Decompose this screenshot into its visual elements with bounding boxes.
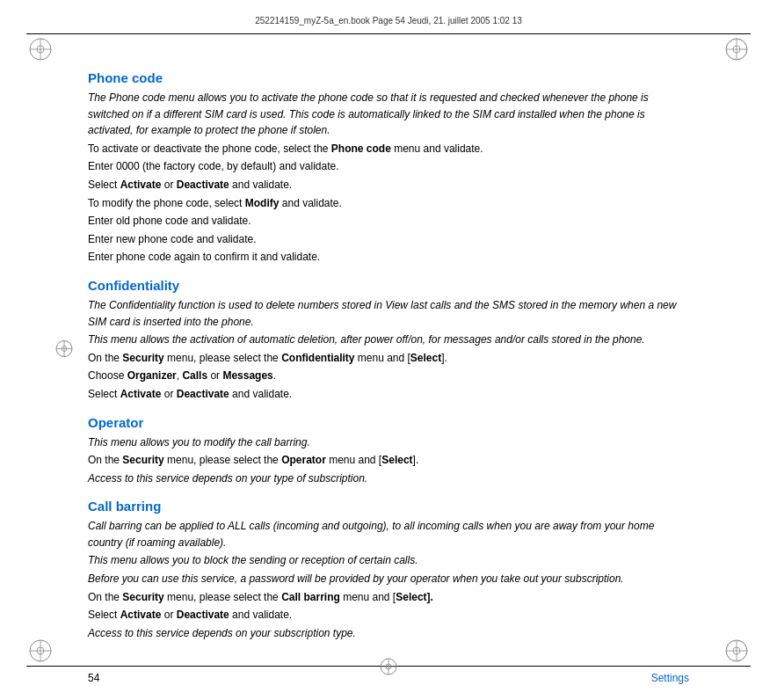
confidentiality-p3: On the Security menu, please select the … (88, 350, 689, 367)
phone-code-p4: To modify the phone code, select Modify … (88, 195, 689, 212)
heading-phone-code: Phone code (88, 70, 689, 85)
operator-p1: This menu allows you to modify the call … (88, 434, 689, 451)
operator-p3: Access to this service depends on your t… (88, 470, 689, 487)
bottom-mid-marker (379, 657, 398, 679)
call-barring-p3: Before you can use this service, a passw… (88, 571, 689, 587)
section-operator: Operator This menu allows you to modify … (88, 415, 689, 487)
heading-operator: Operator (88, 415, 689, 430)
top-border (26, 33, 751, 34)
footer-page-number: 54 (88, 672, 99, 684)
left-mid-marker (54, 339, 74, 361)
main-content: Phone code The Phone code menu allows yo… (88, 70, 689, 647)
corner-decoration-br (724, 638, 749, 663)
section-call-barring: Call barring Call barring can be applied… (88, 499, 689, 641)
call-barring-p4: On the Security menu, please select the … (88, 589, 689, 606)
heading-confidentiality: Confidentiality (88, 278, 689, 293)
heading-call-barring: Call barring (88, 499, 689, 514)
confidentiality-p2: This menu allows the activation of autom… (88, 332, 689, 348)
page: 252214159_myZ-5a_en.book Page 54 Jeudi, … (0, 0, 777, 700)
corner-decoration-bl (28, 638, 53, 663)
confidentiality-p4: Choose Organizer, Calls or Messages. (88, 368, 689, 384)
phone-code-p5: Enter old phone code and validate. (88, 213, 689, 230)
confidentiality-p1: The Confidentiality function is used to … (88, 297, 689, 330)
phone-code-p2: Enter 0000 (the factory code, by default… (88, 158, 689, 175)
header-text: 252214159_myZ-5a_en.book Page 54 Jeudi, … (255, 16, 522, 26)
operator-p2: On the Security menu, please select the … (88, 452, 689, 469)
phone-code-p6: Enter new phone code and validate. (88, 231, 689, 248)
section-confidentiality: Confidentiality The Confidentiality func… (88, 278, 689, 403)
call-barring-p6: Access to this service depends on your s… (88, 625, 689, 642)
corner-decoration-tl (28, 37, 53, 62)
corner-decoration-tr (724, 37, 749, 62)
phone-code-p3: Select Activate or Deactivate and valida… (88, 177, 689, 193)
phone-code-p1: To activate or deactivate the phone code… (88, 141, 689, 157)
confidentiality-p5: Select Activate or Deactivate and valida… (88, 386, 689, 403)
call-barring-p1: Call barring can be applied to ALL calls… (88, 518, 689, 551)
phone-code-p7: Enter phone code again to confirm it and… (88, 249, 689, 266)
call-barring-p2: This menu allows you to block the sendin… (88, 552, 689, 569)
footer-section-label: Settings (651, 672, 689, 684)
phone-code-intro: The Phone code menu allows you to activa… (88, 90, 689, 139)
section-phone-code: Phone code The Phone code menu allows yo… (88, 70, 689, 266)
call-barring-p5: Select Activate or Deactivate and valida… (88, 607, 689, 623)
